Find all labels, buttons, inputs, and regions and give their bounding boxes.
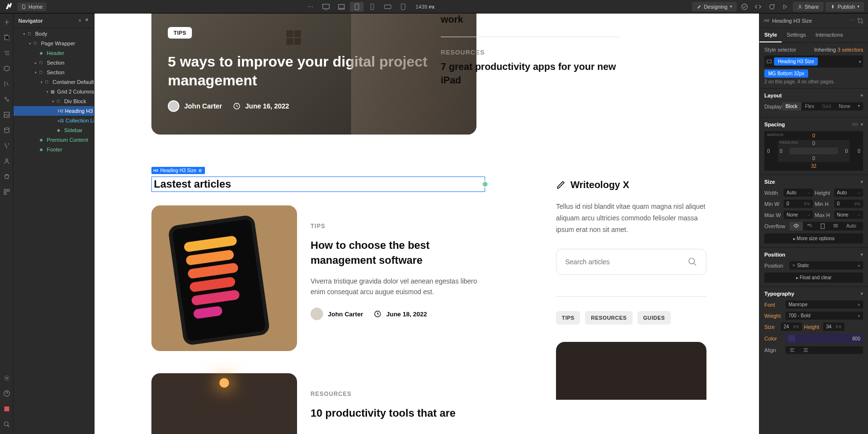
tab-style[interactable]: Style <box>760 28 782 42</box>
nav-item[interactable]: ◆Header <box>14 48 94 58</box>
assets-icon[interactable] <box>3 111 11 119</box>
pin-icon[interactable] <box>84 17 89 24</box>
nav-item[interactable]: ◆Premium Content <box>14 135 94 145</box>
phone-icon[interactable] <box>396 2 410 12</box>
publish-button[interactable]: Publish ▾ <box>826 2 864 12</box>
tag-badge[interactable]: TIPS <box>168 27 192 39</box>
class-selector[interactable]: Heading H3 Size ▾ <box>764 55 863 68</box>
variables-icon[interactable] <box>3 80 11 88</box>
check-icon[interactable] <box>739 2 750 12</box>
nav-item[interactable]: ◆Footer <box>14 145 94 154</box>
nav-item[interactable]: H2Heading H3 Size <box>14 106 94 116</box>
nav-item[interactable]: ▾□Section <box>14 68 94 77</box>
search-box[interactable] <box>556 249 706 275</box>
article-title[interactable]: How to choose the best management softwa… <box>311 238 485 268</box>
cms-icon[interactable] <box>3 126 11 134</box>
tab-settings[interactable]: Settings <box>782 28 811 42</box>
nav-item[interactable]: ▾□Page Wrapper <box>14 39 94 48</box>
chevron-down-icon[interactable]: ▾ <box>854 102 863 110</box>
nav-item[interactable]: ▾□Container Default <box>14 77 94 87</box>
components-icon[interactable] <box>3 65 11 72</box>
display-none[interactable]: None <box>835 102 854 110</box>
code-icon[interactable] <box>752 2 764 12</box>
viewport-width[interactable]: 1439 PX <box>416 4 435 10</box>
brand[interactable]: Writeology X <box>556 179 706 190</box>
display-grid[interactable]: Grid <box>818 102 835 110</box>
margin-bottom[interactable]: 32 <box>811 163 816 169</box>
tablet-small-icon[interactable] <box>366 2 379 12</box>
collapse-icon[interactable]: × <box>78 17 81 24</box>
search-icon[interactable] <box>3 420 11 428</box>
logic-icon[interactable] <box>3 142 11 149</box>
more-size-button[interactable]: ▸ More size options <box>764 233 863 244</box>
play-icon[interactable] <box>779 2 791 12</box>
minw-field[interactable]: 0PX <box>784 200 813 208</box>
color-field[interactable]: 800 <box>786 334 863 343</box>
maxh-field[interactable]: None– <box>834 211 864 219</box>
nav-item[interactable]: ▾▦Grid 2 Columns <box>14 87 94 96</box>
float-clear-button[interactable]: ▸ Float and clear <box>764 272 863 283</box>
pages-icon[interactable] <box>3 34 11 41</box>
overflow-scroll[interactable] <box>816 222 829 231</box>
maxw-field[interactable]: None– <box>784 211 813 219</box>
font-field[interactable]: Manrope▾ <box>786 300 863 309</box>
search-icon[interactable] <box>688 257 697 267</box>
width-field[interactable]: Auto– <box>784 189 813 197</box>
category-label[interactable]: RESOURCES <box>311 391 485 397</box>
more-icon[interactable]: ⋯ <box>849 17 854 24</box>
author-name[interactable]: John Carter <box>328 311 363 318</box>
overflow-visible[interactable] <box>789 222 803 231</box>
navigator-icon[interactable] <box>3 49 11 57</box>
minh-field[interactable]: 0PX <box>834 200 864 208</box>
overflow-hidden[interactable] <box>803 222 816 231</box>
align-center-icon[interactable] <box>799 346 813 354</box>
nav-item[interactable]: ▸□Section <box>14 58 94 68</box>
inheriting-info[interactable]: Inheriting 3 selectors <box>814 47 863 53</box>
font-size-field[interactable]: 24PX <box>781 323 802 331</box>
selected-element[interactable]: Lastest articles <box>151 176 485 192</box>
hero-card[interactable]: TIPS 5 ways to improve your digital proj… <box>151 14 476 135</box>
article-card[interactable]: TIPS How to choose the best management s… <box>151 205 485 351</box>
weight-field[interactable]: 700 - Bold▾ <box>786 312 863 320</box>
apps-icon[interactable] <box>3 188 11 196</box>
more-icon[interactable]: ⋯ <box>304 2 317 12</box>
chevron-down-icon[interactable]: ▾ <box>861 93 863 98</box>
link-icon[interactable] <box>852 122 858 127</box>
share-button[interactable]: Share <box>793 2 824 12</box>
page-chip[interactable]: Home <box>17 2 46 11</box>
align-left-icon[interactable] <box>786 346 799 354</box>
padding-right[interactable]: 0 <box>845 149 848 154</box>
tag-chip[interactable]: GUIDES <box>637 311 671 325</box>
laptop-icon[interactable] <box>335 2 348 12</box>
side-post[interactable]: 3 tips to avoid internet distractions at… <box>441 14 619 26</box>
class-chip[interactable]: Heading H3 Size <box>774 57 818 66</box>
comment-icon[interactable] <box>766 2 777 12</box>
category-label[interactable]: TIPS <box>311 223 485 230</box>
padding-top[interactable]: 0 <box>813 141 815 146</box>
line-height-field[interactable]: 34PX <box>823 323 844 331</box>
users-icon[interactable] <box>3 157 11 165</box>
tab-interactions[interactable]: Interactions <box>811 28 848 42</box>
webflow-logo-icon[interactable] <box>4 2 14 12</box>
gear-icon[interactable]: ⚙ <box>198 168 202 173</box>
tutorial-icon[interactable] <box>3 405 11 413</box>
author-name[interactable]: John Carter <box>184 102 222 110</box>
margin-left[interactable]: 0 <box>767 149 770 154</box>
settings-icon[interactable] <box>3 374 11 382</box>
phone-landscape-icon[interactable] <box>381 2 394 12</box>
overflow-auto-icon[interactable] <box>829 222 842 231</box>
add-handle-icon[interactable] <box>482 181 488 188</box>
help-icon[interactable] <box>3 390 11 397</box>
nav-item[interactable]: ▾□Div Block <box>14 96 94 106</box>
selection-badge[interactable]: H2 Heading H3 Size ⚙ <box>151 167 205 174</box>
chevron-down-icon[interactable]: ▾ <box>861 122 863 127</box>
chevron-down-icon[interactable]: ▾ <box>861 252 863 257</box>
chevron-down-icon[interactable]: ▾ <box>861 291 863 296</box>
nav-item[interactable]: ▸▤Collection List <box>14 116 94 125</box>
overflow-auto-text[interactable]: Auto <box>842 222 860 231</box>
canvas[interactable]: TIPS 5 ways to improve your digital proj… <box>95 14 759 434</box>
tag-chip[interactable]: RESOURCES <box>585 311 632 325</box>
display-block[interactable]: Block <box>782 102 801 110</box>
designing-button[interactable]: Designing ▾ <box>692 2 737 12</box>
combo-chip[interactable]: MG Bottom 32px <box>764 69 808 78</box>
